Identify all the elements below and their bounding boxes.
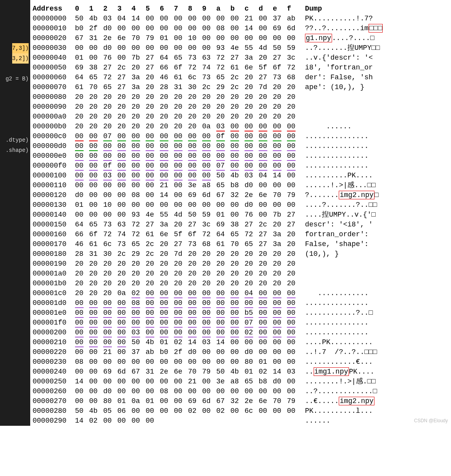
hex-cell: 00 xyxy=(287,122,301,131)
hex-underline: 00 xyxy=(287,142,296,151)
hex-cell: 00 xyxy=(230,141,245,151)
hex-cell: 20 xyxy=(188,92,202,102)
hex-cell: 00 xyxy=(245,337,259,347)
hex-cell: 00 xyxy=(75,181,89,190)
hex-underline: 00 xyxy=(245,122,253,131)
hex-cell: 3c xyxy=(287,53,301,63)
hex-cell: 20 xyxy=(174,112,188,122)
hex-cell: 79 xyxy=(146,33,160,43)
hex-cell: 27 xyxy=(188,220,202,230)
hex-cell: 00 xyxy=(287,406,301,416)
hex-cell: 00 xyxy=(216,141,230,151)
hex-cell: 00 xyxy=(160,131,174,141)
hex-cell: 08 xyxy=(131,298,146,308)
hex-cell: 00 xyxy=(216,318,230,328)
hex-cell: 00 xyxy=(259,387,273,396)
hex-cell: b5 xyxy=(245,308,259,318)
hex-row: 00000120d000000008001400696d67322e6e7079… xyxy=(33,190,383,200)
hex-cell: 20 xyxy=(131,122,146,131)
hex-underline: 00 xyxy=(216,142,225,151)
hex-cell: 04 xyxy=(259,171,273,181)
addr-cell: 00000100 xyxy=(33,171,75,181)
hex-cell: 65 xyxy=(230,230,245,239)
hex-cell: 20 xyxy=(259,249,273,259)
hex-cell: 00 xyxy=(146,406,160,416)
hex-cell: 00 xyxy=(174,161,188,171)
hex-row: 0000008020202020202020202020202020202020 xyxy=(33,92,383,102)
hex-cell: 20 xyxy=(287,259,301,269)
hex-cell: 20 xyxy=(89,269,103,279)
hex-cell: 65 xyxy=(216,73,230,82)
hex-cell: 00 xyxy=(146,288,160,298)
col-hex-0: 0 xyxy=(75,4,89,14)
hex-cell: 20 xyxy=(188,122,202,131)
hex-underline: 00 xyxy=(287,328,296,337)
hex-cell: 6e xyxy=(174,367,188,377)
hex-cell: 01 xyxy=(75,53,89,63)
hex-cell: 61 xyxy=(174,73,188,82)
hex-cell: 00 xyxy=(245,122,259,131)
hex-cell xyxy=(230,416,245,426)
col-hex-8: 8 xyxy=(188,4,202,14)
hex-cell: 80 xyxy=(245,357,259,367)
hex-cell: 00 xyxy=(273,288,287,298)
hex-underline: 00 xyxy=(230,328,239,337)
dump-cell: ............... xyxy=(301,141,383,151)
hex-row: 000002600000d000000008000000000000000000… xyxy=(33,387,383,396)
dump-cell: ...... xyxy=(301,416,383,426)
hex-cell: 64 xyxy=(75,220,89,230)
hex-cell: 00 xyxy=(230,328,245,337)
hex-cell: 00 xyxy=(202,387,216,396)
hex-row: 0000002067312e6e707901001000000000000000… xyxy=(33,33,383,43)
hex-cell: 32 xyxy=(230,396,245,406)
hex-cell: 93 xyxy=(216,43,230,53)
hex-underline: 00 xyxy=(160,152,168,161)
addr-cell: 00000290 xyxy=(33,416,75,426)
hex-cell: 50 xyxy=(131,337,146,347)
hex-cell: 65 xyxy=(245,377,259,387)
hex-cell: 50 xyxy=(188,210,202,220)
hex-cell: 00 xyxy=(216,14,230,24)
hex-underline: 00 xyxy=(188,162,197,171)
hex-cell: 00 xyxy=(117,377,131,387)
hex-cell: 20 xyxy=(202,269,216,279)
hex-cell: 00 xyxy=(245,387,259,396)
hex-cell: 72 xyxy=(216,53,230,63)
hex-cell: 01 xyxy=(216,210,230,220)
hex-underline: 00 xyxy=(146,171,154,181)
hex-cell: 00 xyxy=(146,131,160,141)
hex-cell: 30 xyxy=(103,249,117,259)
hex-cell: 00 xyxy=(146,151,160,161)
hex-underline: 00 xyxy=(89,319,98,328)
hex-cell: 02 xyxy=(174,337,188,347)
hex-underline: 00 xyxy=(216,319,225,328)
hex-cell: 00 xyxy=(117,308,131,318)
hex-cell: 00 xyxy=(287,33,301,43)
hex-cell: 20 xyxy=(245,102,259,112)
hex-row: 000000d000000000000000000000000000000000… xyxy=(33,141,383,151)
hex-underline: 00 xyxy=(117,171,126,181)
hex-cell: 00 xyxy=(287,337,301,347)
hex-cell: 00 xyxy=(259,33,273,43)
hex-cell: 76 xyxy=(103,53,117,63)
hex-cell: 00 xyxy=(188,24,202,33)
col-hex-f: f xyxy=(287,4,301,14)
dump-cell: ??..?........im□□□ xyxy=(301,24,383,33)
code-frag-4: .dtype) xyxy=(5,137,29,143)
hex-row: 00000290140200000000...... xyxy=(33,416,383,426)
hex-cell: 27 xyxy=(103,63,117,73)
hex-cell: 72 xyxy=(131,220,146,230)
col-hex-1: 1 xyxy=(89,4,103,14)
hex-cell: 00 xyxy=(287,308,301,318)
hex-underline: 00 xyxy=(103,152,112,161)
hex-cell: 00 xyxy=(273,357,287,367)
hex-cell: 20 xyxy=(103,122,117,131)
hex-cell: 00 xyxy=(146,190,160,200)
hex-viewer[interactable]: Address0123456789abcdefDump00000000504b0… xyxy=(30,0,451,426)
hex-cell: 2c xyxy=(117,63,131,73)
hex-cell: 00 xyxy=(174,33,188,43)
hex-cell: 20 xyxy=(245,73,259,82)
hex-cell: 20 xyxy=(146,92,160,102)
hex-cell: 00 xyxy=(188,357,202,367)
hex-cell: 01 xyxy=(160,337,174,347)
